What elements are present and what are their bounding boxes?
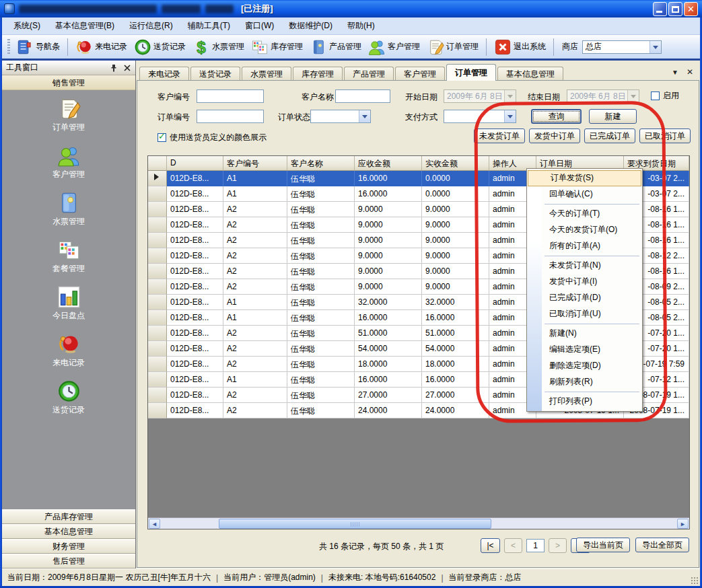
tab-客户管理[interactable]: 客户管理: [395, 67, 445, 81]
tab-订单管理[interactable]: 订单管理: [446, 64, 496, 81]
context-menu-item-已取消订单(U)[interactable]: 已取消订单(U): [527, 306, 642, 322]
color-option-checkbox[interactable]: ✓: [157, 133, 166, 142]
toolbar-button-4[interactable]: $水票管理: [189, 37, 248, 57]
status-filter-已取消订单[interactable]: 已取消订单: [639, 128, 691, 143]
sidebar-section-售后管理[interactable]: 售后管理: [2, 554, 135, 568]
close-panel-icon[interactable]: [123, 64, 131, 72]
tab-产品管理[interactable]: 产品管理: [344, 67, 394, 81]
tab-水票管理[interactable]: 水票管理: [242, 67, 291, 81]
row-selector-cell[interactable]: [148, 217, 167, 233]
row-selector-cell[interactable]: [148, 310, 167, 326]
context-menu-item-所有的订单(A)[interactable]: 所有的订单(A): [527, 238, 642, 254]
grid-column-header[interactable]: 客户名称: [287, 156, 355, 171]
grid-column-header[interactable]: 实收金额: [422, 156, 489, 171]
toolbar-button-2[interactable]: 来电记录: [72, 37, 131, 57]
toolbar-button-8[interactable]: 订单管理: [423, 37, 482, 57]
context-menu-item-今天的发货订单(O)[interactable]: 今天的发货订单(O): [527, 222, 642, 238]
next-page-button[interactable]: >: [549, 538, 567, 553]
minimize-button[interactable]: [653, 2, 667, 16]
menubar-item[interactable]: 基本信息管理(B): [48, 17, 122, 34]
tab-送货记录[interactable]: 送货记录: [190, 67, 240, 81]
tab-基本信息管理[interactable]: 基本信息管理: [497, 67, 563, 81]
row-selector-cell[interactable]: [148, 279, 167, 295]
toolbar-button-6[interactable]: 产品管理: [306, 37, 365, 57]
start-date-picker[interactable]: 2009年 6月 8日: [444, 89, 516, 103]
menubar-item[interactable]: 系统(S): [6, 17, 48, 34]
sidebar-item-送货记录[interactable]: 送货记录: [52, 379, 85, 416]
grid-column-header[interactable]: D: [167, 156, 223, 171]
export-all-button[interactable]: 导出全部页: [635, 538, 689, 552]
context-menu-item-新建(N)[interactable]: 新建(N): [527, 326, 642, 342]
sidebar-item-水票管理[interactable]: 水票管理: [52, 191, 85, 227]
row-selector-cell[interactable]: [148, 295, 167, 310]
enable-checkbox[interactable]: [651, 91, 660, 100]
row-selector-cell[interactable]: [148, 264, 167, 279]
row-selector-cell[interactable]: [148, 341, 167, 357]
pay-method-select[interactable]: [444, 110, 516, 123]
context-menu-item-未发货订单(N)[interactable]: 未发货订单(N): [527, 258, 642, 274]
prev-page-button[interactable]: <: [504, 538, 522, 553]
sidebar-section-财务管理[interactable]: 财务管理: [2, 539, 135, 554]
close-button[interactable]: ✕: [684, 2, 698, 16]
scrollbar-thumb[interactable]: [219, 519, 491, 529]
row-selector-cell[interactable]: [148, 186, 167, 202]
scroll-right-icon[interactable]: ►: [677, 519, 689, 529]
tab-来电记录[interactable]: 来电记录: [139, 67, 189, 81]
sidebar-section-基本信息管理[interactable]: 基本信息管理: [2, 524, 135, 539]
customer-no-input[interactable]: [197, 89, 264, 103]
toolbar-button-3[interactable]: 送货记录: [131, 37, 189, 57]
new-button[interactable]: 新建: [589, 109, 637, 124]
toolbar-button-1[interactable]: 导航条: [13, 37, 63, 57]
row-selector-cell[interactable]: [148, 357, 167, 372]
first-page-button[interactable]: |<: [481, 538, 500, 553]
grid-column-header[interactable]: [148, 156, 167, 171]
menubar-item[interactable]: 辅助工具(T): [180, 17, 238, 34]
customer-name-input[interactable]: [335, 89, 390, 103]
order-status-select[interactable]: [310, 110, 371, 123]
row-selector-cell[interactable]: [148, 326, 167, 341]
context-menu-item-发货中订单(I)[interactable]: 发货中订单(I): [527, 274, 642, 290]
menubar-item[interactable]: 运行信息(R): [122, 17, 180, 34]
context-menu-item-订单发货(S)[interactable]: 订单发货(S): [528, 170, 641, 186]
export-current-button[interactable]: 导出当前页: [576, 538, 630, 552]
page-number-input[interactable]: [526, 539, 545, 552]
resize-grip[interactable]: [691, 577, 699, 585]
toolbar-button-9[interactable]: 退出系统: [491, 37, 549, 57]
pin-icon[interactable]: [110, 64, 118, 72]
sidebar-item-来电记录[interactable]: 来电记录: [52, 332, 85, 369]
end-date-picker[interactable]: 2009年 6月 8日: [567, 89, 639, 103]
menubar-item[interactable]: 帮助(H): [340, 17, 382, 34]
shop-select[interactable]: 总店: [582, 40, 662, 54]
sidebar-item-订单管理[interactable]: 订单管理: [52, 97, 85, 133]
grid-column-header[interactable]: 应收金额: [355, 156, 422, 171]
toolbar-button-5[interactable]: 库存管理: [248, 37, 306, 57]
tab-list-dropdown-icon[interactable]: ▼: [672, 69, 678, 76]
row-selector-cell[interactable]: [148, 372, 167, 388]
context-menu-item-回单确认(C)[interactable]: 回单确认(C): [527, 186, 642, 203]
menubar-item[interactable]: 窗口(W): [238, 17, 281, 34]
context-menu-item-编辑选定项(E)[interactable]: 编辑选定项(E): [527, 342, 642, 358]
sidebar-item-今日盘点[interactable]: 今日盘点: [52, 285, 85, 322]
row-selector-cell[interactable]: [148, 248, 167, 264]
sidebar-item-套餐管理[interactable]: 套餐管理: [52, 238, 85, 274]
menubar-item[interactable]: 数据维护(D): [281, 17, 340, 34]
context-menu-item-删除选定项(D)[interactable]: 删除选定项(D): [527, 358, 642, 374]
sidebar-item-客户管理[interactable]: 客户管理: [52, 144, 85, 180]
row-selector-cell[interactable]: [148, 233, 167, 248]
row-selector-cell[interactable]: [148, 171, 167, 186]
context-menu-item-今天的订单(T)[interactable]: 今天的订单(T): [527, 206, 642, 222]
row-selector-cell[interactable]: [148, 388, 167, 403]
row-selector-cell[interactable]: [148, 202, 167, 217]
context-menu-item-刷新列表(R)[interactable]: 刷新列表(R): [527, 374, 642, 390]
status-filter-未发货订单[interactable]: 未发货订单: [474, 128, 525, 143]
status-filter-已完成订单[interactable]: 已完成订单: [584, 128, 635, 143]
tab-库存管理[interactable]: 库存管理: [293, 67, 343, 81]
order-no-input[interactable]: [197, 110, 264, 123]
sidebar-section-产品库存管理[interactable]: 产品库存管理: [2, 509, 135, 524]
row-selector-cell[interactable]: [148, 403, 167, 418]
scroll-left-icon[interactable]: ◄: [149, 519, 160, 529]
maximize-button[interactable]: [668, 2, 682, 16]
tab-close-icon[interactable]: ✕: [687, 67, 693, 77]
status-filter-发货中订单[interactable]: 发货中订单: [529, 128, 580, 143]
horizontal-scrollbar[interactable]: ◄ ►: [148, 517, 689, 529]
